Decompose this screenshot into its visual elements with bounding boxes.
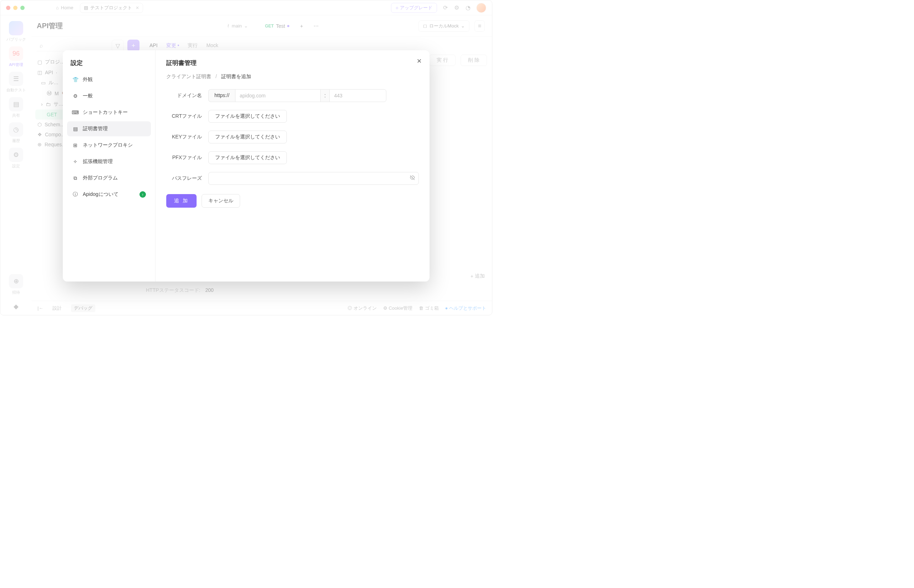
nav-appearance[interactable]: 👕外観 <box>67 72 151 87</box>
shirt-icon: 👕 <box>72 76 79 83</box>
crumb-parent[interactable]: クライアント証明書 <box>166 73 211 79</box>
port-colon: : <box>321 89 329 102</box>
crt-file-button[interactable]: ファイルを選択してください <box>208 110 287 123</box>
add-cert-button[interactable]: 追 加 <box>166 194 197 208</box>
label-passphrase: パスフレーズ <box>166 175 202 182</box>
passphrase-input[interactable] <box>208 172 419 185</box>
external-icon: ⧉ <box>72 175 79 181</box>
update-badge-icon: ↑ <box>139 191 146 198</box>
cancel-button[interactable]: キャンセル <box>202 194 240 208</box>
key-file-button[interactable]: ファイルを選択してください <box>208 131 287 144</box>
nav-general[interactable]: ⚙一般 <box>67 89 151 103</box>
eye-off-icon[interactable] <box>410 175 415 182</box>
host-input[interactable] <box>235 89 321 102</box>
modal-sidebar: 設定 👕外観 ⚙一般 ⌨ショートカットキー ▤証明書管理 ⊞ネットワークプロキシ… <box>63 50 155 281</box>
settings-modal: 設定 👕外観 ⚙一般 ⌨ショートカットキー ▤証明書管理 ⊞ネットワークプロキシ… <box>63 50 430 281</box>
label-crt: CRTファイル <box>166 113 202 120</box>
puzzle-icon: ✧ <box>72 158 79 165</box>
nav-external[interactable]: ⧉外部プログラム <box>67 171 151 186</box>
nav-about[interactable]: ⓘApidogについて↑ <box>67 187 151 202</box>
modal-content: 証明書管理 ✕ クライアント証明書 / 証明書を追加 ドメイン名 https:/… <box>155 50 430 281</box>
cert-form: ドメイン名 https:// : CRTファイル ファイルを選択してください K… <box>166 89 419 185</box>
label-pfx: PFXファイル <box>166 155 202 161</box>
nav-shortcut[interactable]: ⌨ショートカットキー <box>67 105 151 120</box>
certificate-icon: ▤ <box>72 126 79 132</box>
close-modal-button[interactable]: ✕ <box>417 57 421 65</box>
pfx-file-button[interactable]: ファイルを選択してください <box>208 151 287 164</box>
breadcrumb: クライアント証明書 / 証明書を追加 <box>166 73 419 80</box>
info-icon: ⓘ <box>72 191 79 198</box>
crumb-current: 証明書を追加 <box>221 73 251 79</box>
panel-heading: 証明書管理 <box>166 59 419 67</box>
protocol-prefix: https:// <box>208 89 235 102</box>
nav-proxy[interactable]: ⊞ネットワークプロキシ <box>67 138 151 153</box>
nav-plugin[interactable]: ✧拡張機能管理 <box>67 154 151 169</box>
port-input[interactable] <box>329 89 386 102</box>
nav-cert[interactable]: ▤証明書管理 <box>67 121 151 136</box>
keyboard-icon: ⌨ <box>72 109 79 116</box>
modal-title: 設定 <box>67 59 151 72</box>
network-icon: ⊞ <box>72 142 79 149</box>
label-key: KEYファイル <box>166 134 202 140</box>
label-domain: ドメイン名 <box>166 92 202 99</box>
gear-icon: ⚙ <box>72 93 79 99</box>
